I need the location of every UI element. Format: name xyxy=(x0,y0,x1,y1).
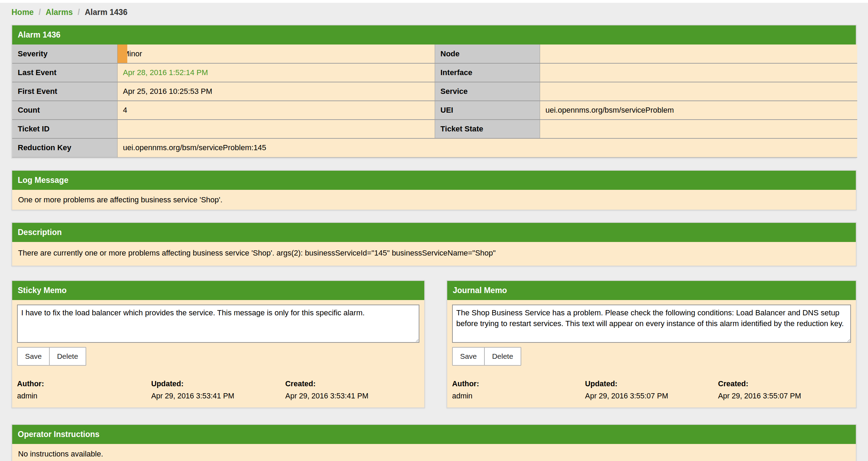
first-event-value: Apr 25, 2016 10:25:53 PM xyxy=(117,82,435,101)
journal-memo-created-label: Created: xyxy=(718,380,851,388)
description-panel: Description There are currently one or m… xyxy=(11,222,857,266)
journal-memo-updated-label: Updated: xyxy=(585,380,718,388)
journal-memo-buttons: Save Delete xyxy=(452,347,521,366)
operator-instructions-title: Operator Instructions xyxy=(12,425,856,444)
journal-memo-input[interactable] xyxy=(452,305,851,343)
sticky-memo-meta: Author: Updated: Created: admin Apr 29, … xyxy=(17,380,419,401)
sticky-memo-body: Save Delete Author: Updated: Created: ad… xyxy=(12,300,424,407)
table-row: Reduction Key uei.opennms.org/bsm/servic… xyxy=(12,138,857,157)
last-event-link[interactable]: Apr 28, 2016 1:52:14 PM xyxy=(123,68,208,77)
memo-row: Sticky Memo Save Delete Author: Updated:… xyxy=(11,280,857,408)
sticky-memo-updated-label: Updated: xyxy=(151,380,286,388)
last-event-value-cell: Apr 28, 2016 1:52:14 PM xyxy=(117,63,435,82)
description-title: Description xyxy=(12,223,856,242)
main-content: Alarm 1436 Severity Minor Node Last Even… xyxy=(11,25,857,461)
service-value xyxy=(540,82,857,101)
sticky-memo-created: Apr 29, 2016 3:53:41 PM xyxy=(285,392,419,401)
sticky-memo-author: admin xyxy=(17,392,151,401)
table-row: Count 4 UEI uei.opennms.org/bsm/serviceP… xyxy=(12,101,857,120)
journal-memo-panel: Journal Memo Save Delete Author: Updated… xyxy=(447,280,857,408)
journal-memo-body: Save Delete Author: Updated: Created: ad… xyxy=(447,300,856,407)
severity-minor-indicator xyxy=(118,45,127,63)
uei-value: uei.opennms.org/bsm/serviceProblem xyxy=(540,101,857,120)
breadcrumb-current: Alarm 1436 xyxy=(85,8,128,17)
sticky-memo-created-label: Created: xyxy=(285,380,419,388)
journal-memo-updated: Apr 29, 2016 3:55:07 PM xyxy=(585,392,718,401)
first-event-label: First Event xyxy=(12,82,117,101)
count-value: 4 xyxy=(117,101,435,120)
top-strip xyxy=(0,0,868,3)
sticky-memo-save-button[interactable]: Save xyxy=(17,347,50,366)
log-message-title: Log Message xyxy=(12,171,856,190)
interface-value xyxy=(540,63,857,82)
severity-label: Severity xyxy=(12,45,117,63)
table-row: Severity Minor Node xyxy=(12,45,857,63)
alarm-panel-title: Alarm 1436 xyxy=(12,25,856,45)
alarm-detail-panel: Alarm 1436 Severity Minor Node Last Even… xyxy=(11,25,857,158)
journal-memo-save-button[interactable]: Save xyxy=(452,347,485,366)
journal-memo-author-label: Author: xyxy=(452,380,585,388)
interface-label: Interface xyxy=(435,63,540,82)
journal-memo-created: Apr 29, 2016 3:55:07 PM xyxy=(718,392,851,401)
ticket-id-label: Ticket ID xyxy=(12,120,117,138)
sticky-memo-author-label: Author: xyxy=(17,380,151,388)
sticky-memo-updated: Apr 29, 2016 3:53:41 PM xyxy=(151,392,286,401)
sticky-memo-panel: Sticky Memo Save Delete Author: Updated:… xyxy=(11,280,425,408)
severity-value-cell: Minor xyxy=(117,45,435,63)
uei-label: UEI xyxy=(435,101,540,120)
sticky-memo-delete-button[interactable]: Delete xyxy=(49,347,86,366)
reduction-key-value: uei.opennms.org/bsm/serviceProblem:145 xyxy=(117,138,857,157)
breadcrumb-alarms-link[interactable]: Alarms xyxy=(46,8,73,17)
last-event-label: Last Event xyxy=(12,63,117,82)
breadcrumb: Home / Alarms / Alarm 1436 xyxy=(11,8,857,17)
journal-memo-delete-button[interactable]: Delete xyxy=(484,347,521,366)
reduction-key-label: Reduction Key xyxy=(12,138,117,157)
sticky-memo-buttons: Save Delete xyxy=(17,347,86,366)
operator-instructions-panel: Operator Instructions No instructions av… xyxy=(11,424,857,461)
table-row: First Event Apr 25, 2016 10:25:53 PM Ser… xyxy=(12,82,857,101)
operator-instructions-text: No instructions available. xyxy=(12,444,856,461)
breadcrumb-separator: / xyxy=(39,8,41,17)
ticket-state-label: Ticket State xyxy=(435,120,540,138)
log-message-text: One or more problems are affecting busin… xyxy=(12,190,856,210)
journal-memo-title: Journal Memo xyxy=(447,281,856,300)
description-text: There are currently one or more problems… xyxy=(12,242,856,266)
table-row: Ticket ID Ticket State xyxy=(12,120,857,138)
ticket-id-value xyxy=(117,120,435,138)
log-message-panel: Log Message One or more problems are aff… xyxy=(11,170,857,211)
table-row: Last Event Apr 28, 2016 1:52:14 PM Inter… xyxy=(12,63,857,82)
node-value xyxy=(540,45,857,63)
alarm-detail-table: Severity Minor Node Last Event Apr 28, 2… xyxy=(12,45,857,157)
count-label: Count xyxy=(12,101,117,120)
sticky-memo-input[interactable] xyxy=(17,305,419,343)
breadcrumb-home-link[interactable]: Home xyxy=(11,8,34,17)
sticky-memo-title: Sticky Memo xyxy=(12,281,424,300)
ticket-state-value xyxy=(540,120,857,138)
node-label: Node xyxy=(435,45,540,63)
journal-memo-author: admin xyxy=(452,392,585,401)
journal-memo-meta: Author: Updated: Created: admin Apr 29, … xyxy=(452,380,851,401)
breadcrumb-separator: / xyxy=(78,8,80,17)
service-label: Service xyxy=(435,82,540,101)
